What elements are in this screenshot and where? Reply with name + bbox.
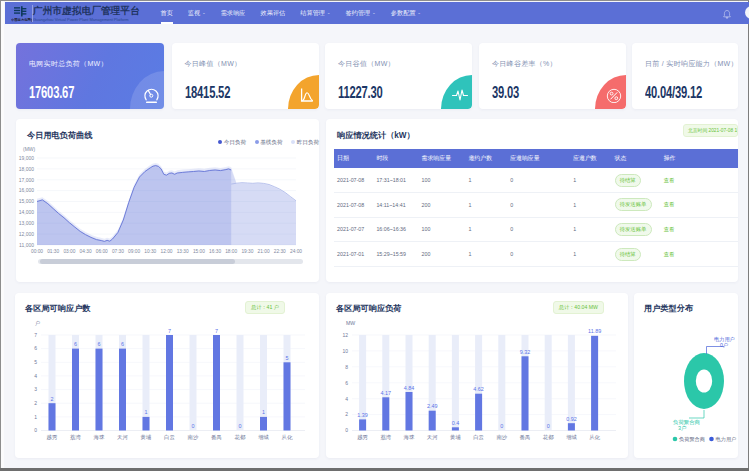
svg-text:24:00: 24:00 xyxy=(290,249,302,254)
svg-text:6: 6 xyxy=(345,380,348,386)
svg-text:电力用户: 电力用户 xyxy=(716,436,737,443)
svg-text:黄埔: 黄埔 xyxy=(450,434,461,440)
svg-text:花都: 花都 xyxy=(235,434,246,441)
svg-text:荔湾: 荔湾 xyxy=(380,434,391,441)
svg-text:海珠: 海珠 xyxy=(404,434,415,441)
svg-text:15:00: 15:00 xyxy=(193,249,205,254)
svg-text:从化: 从化 xyxy=(589,434,600,441)
svg-text:18:00: 18:00 xyxy=(225,249,237,254)
svg-text:南沙: 南沙 xyxy=(188,434,199,441)
svg-text:9.32: 9.32 xyxy=(520,349,531,355)
svg-text:4.84: 4.84 xyxy=(404,385,415,391)
svg-text:10:30: 10:30 xyxy=(144,249,156,254)
svg-text:负荷聚合商: 负荷聚合商 xyxy=(679,436,705,443)
svg-text:番禺: 番禺 xyxy=(211,434,222,441)
svg-text:白云: 白云 xyxy=(473,434,484,441)
svg-text:10: 10 xyxy=(342,348,348,354)
svg-text:5: 5 xyxy=(286,355,289,361)
svg-text:番禺: 番禺 xyxy=(520,434,531,441)
svg-text:11.89: 11.89 xyxy=(588,328,601,334)
svg-text:13:30: 13:30 xyxy=(177,249,189,254)
svg-text:1: 1 xyxy=(262,409,265,415)
svg-text:14,000: 14,000 xyxy=(19,209,35,215)
svg-text:户: 户 xyxy=(35,320,40,326)
svg-text:增城: 增城 xyxy=(258,434,269,440)
svg-text:南沙: 南沙 xyxy=(496,434,507,441)
svg-text:增城: 增城 xyxy=(566,434,577,440)
svg-text:4.17: 4.17 xyxy=(381,390,392,396)
svg-text:白云: 白云 xyxy=(164,434,175,441)
svg-text:01:30: 01:30 xyxy=(47,249,59,254)
svg-text:0: 0 xyxy=(192,423,195,429)
svg-text:(MW): (MW) xyxy=(23,146,36,152)
svg-text:16:30: 16:30 xyxy=(209,249,221,254)
svg-text:天河: 天河 xyxy=(117,434,128,440)
svg-text:1.39: 1.39 xyxy=(357,412,368,418)
svg-text:从化: 从化 xyxy=(282,434,293,441)
svg-text:22:30: 22:30 xyxy=(274,249,286,254)
svg-text:0户: 0户 xyxy=(720,342,728,348)
svg-text:13,000: 13,000 xyxy=(19,220,35,226)
svg-text:4: 4 xyxy=(34,373,37,379)
svg-text:21:00: 21:00 xyxy=(258,249,270,254)
svg-text:越秀: 越秀 xyxy=(357,434,368,441)
svg-text:6: 6 xyxy=(98,341,101,347)
svg-text:11,000: 11,000 xyxy=(19,242,34,248)
svg-text:0: 0 xyxy=(239,423,242,429)
svg-text:越秀: 越秀 xyxy=(47,434,58,441)
svg-text:12:00: 12:00 xyxy=(160,249,172,254)
svg-text:7: 7 xyxy=(34,332,37,338)
svg-text:2: 2 xyxy=(51,396,54,402)
svg-text:0: 0 xyxy=(34,427,37,433)
svg-text:天河: 天河 xyxy=(427,434,438,440)
svg-text:06:00: 06:00 xyxy=(96,249,108,254)
svg-text:18,000: 18,000 xyxy=(19,166,35,172)
svg-text:0: 0 xyxy=(345,427,348,433)
svg-text:海珠: 海珠 xyxy=(94,434,105,441)
svg-text:2: 2 xyxy=(34,400,37,406)
svg-text:1: 1 xyxy=(145,409,148,415)
svg-text:0.92: 0.92 xyxy=(566,416,577,422)
svg-text:2: 2 xyxy=(345,411,348,417)
svg-text:1: 1 xyxy=(34,414,37,420)
svg-text:15,000: 15,000 xyxy=(19,198,35,204)
svg-text:MW: MW xyxy=(346,320,355,326)
svg-text:07:30: 07:30 xyxy=(112,249,124,254)
svg-text:04:30: 04:30 xyxy=(80,249,92,254)
svg-text:荔湾: 荔湾 xyxy=(70,434,81,441)
svg-text:4.62: 4.62 xyxy=(473,386,484,392)
svg-text:17,000: 17,000 xyxy=(19,177,35,183)
svg-text:3户: 3户 xyxy=(678,425,686,431)
svg-text:0: 0 xyxy=(547,423,550,429)
svg-text:0.4: 0.4 xyxy=(452,420,460,426)
svg-text:7: 7 xyxy=(168,328,171,334)
svg-text:16,000: 16,000 xyxy=(19,187,35,193)
svg-text:5: 5 xyxy=(34,359,37,365)
svg-text:12: 12 xyxy=(342,332,348,338)
svg-text:3: 3 xyxy=(34,386,37,392)
svg-text:03:00: 03:00 xyxy=(63,249,75,254)
svg-text:7: 7 xyxy=(215,328,218,334)
svg-text:19,000: 19,000 xyxy=(19,155,35,161)
svg-text:2.49: 2.49 xyxy=(427,403,438,409)
svg-text:09:00: 09:00 xyxy=(128,249,140,254)
svg-text:19:30: 19:30 xyxy=(241,249,253,254)
svg-text:6: 6 xyxy=(121,341,124,347)
svg-text:6: 6 xyxy=(74,341,77,347)
svg-text:8: 8 xyxy=(345,364,348,370)
svg-text:00:00: 00:00 xyxy=(31,249,43,254)
svg-text:4: 4 xyxy=(345,396,348,402)
svg-text:黄埔: 黄埔 xyxy=(141,434,152,440)
svg-text:0: 0 xyxy=(500,423,503,429)
svg-text:12,000: 12,000 xyxy=(19,231,35,237)
svg-text:6: 6 xyxy=(34,345,37,351)
svg-text:花都: 花都 xyxy=(543,434,554,441)
